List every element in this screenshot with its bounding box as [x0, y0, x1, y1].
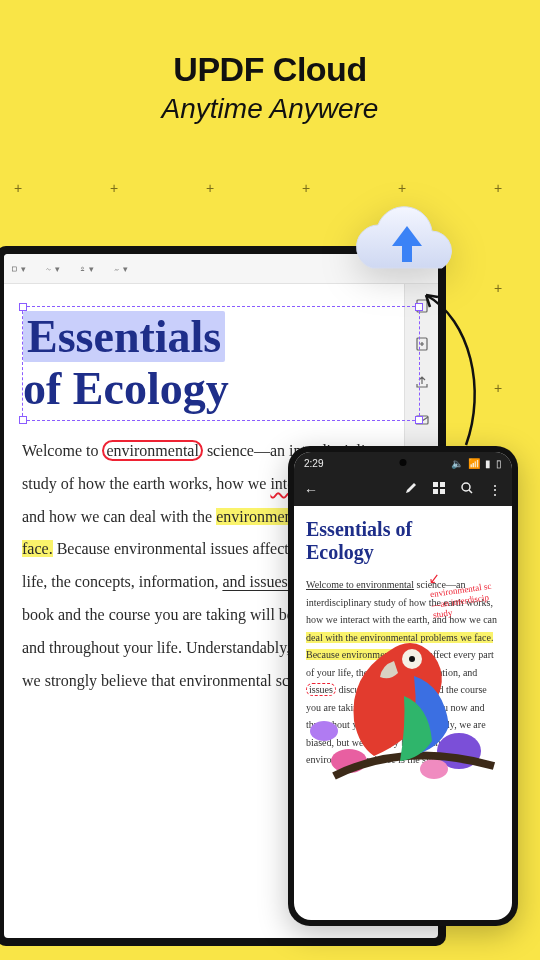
- svg-point-12: [420, 759, 448, 779]
- edit-icon[interactable]: [404, 481, 418, 499]
- svg-point-9: [462, 483, 470, 491]
- svg-rect-0: [12, 266, 16, 270]
- phone-doc-title: Essentials ofEcology: [306, 518, 500, 564]
- phone-screen: 2:29 🔈 📶 ▮ ▯ ← ⋮ Essentials ofEcology ↙: [294, 452, 512, 920]
- battery-icon: ▯: [496, 458, 502, 469]
- svg-rect-8: [440, 489, 445, 494]
- promo-subtitle: Anytime Anywere: [0, 93, 540, 125]
- back-icon[interactable]: ←: [304, 482, 318, 498]
- sync-arrow-illustration: [416, 280, 486, 450]
- phone-device-frame: 2:29 🔈 📶 ▮ ▯ ← ⋮ Essentials ofEcology ↙: [288, 446, 518, 926]
- freehand-tool-icon[interactable]: [46, 262, 60, 276]
- handwritten-note: ↙ environmental sc —an interdiscip study: [427, 560, 512, 621]
- clock-label: 2:29: [304, 458, 323, 469]
- shape-tool-icon[interactable]: [12, 262, 26, 276]
- document-title[interactable]: Essentials of Ecology: [23, 311, 419, 414]
- volume-icon: 🔈: [451, 458, 463, 469]
- svg-point-15: [409, 656, 415, 662]
- resize-handle[interactable]: [19, 416, 27, 424]
- grid-icon[interactable]: [432, 481, 446, 499]
- svg-point-13: [310, 721, 338, 741]
- phone-app-bar: ← ⋮: [294, 474, 512, 506]
- parrot-illustration: [294, 631, 512, 781]
- signal-icon: ▮: [485, 458, 491, 469]
- svg-point-1: [81, 267, 83, 269]
- phone-document[interactable]: Essentials ofEcology ↙ environmental sc …: [294, 506, 512, 781]
- more-icon[interactable]: ⋮: [488, 482, 502, 498]
- resize-handle[interactable]: [19, 303, 27, 311]
- svg-rect-5: [433, 482, 438, 487]
- svg-rect-7: [433, 489, 438, 494]
- red-circle-annotation: environmental: [102, 440, 202, 461]
- wifi-icon: 📶: [468, 458, 480, 469]
- search-icon[interactable]: [460, 481, 474, 499]
- camera-hole: [400, 459, 407, 466]
- promo-header: UPDF Cloud Anytime Anywere: [0, 0, 540, 125]
- svg-rect-6: [440, 482, 445, 487]
- selection-box[interactable]: Essentials of Ecology: [22, 306, 420, 421]
- signature-tool-icon[interactable]: [114, 262, 128, 276]
- stamp-tool-icon[interactable]: [80, 262, 94, 276]
- promo-title: UPDF Cloud: [0, 50, 540, 89]
